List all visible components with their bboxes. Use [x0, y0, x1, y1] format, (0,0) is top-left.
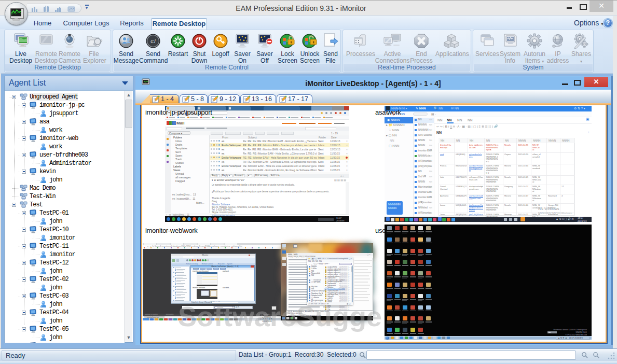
svg-text:c:/: c:/: [150, 39, 156, 44]
